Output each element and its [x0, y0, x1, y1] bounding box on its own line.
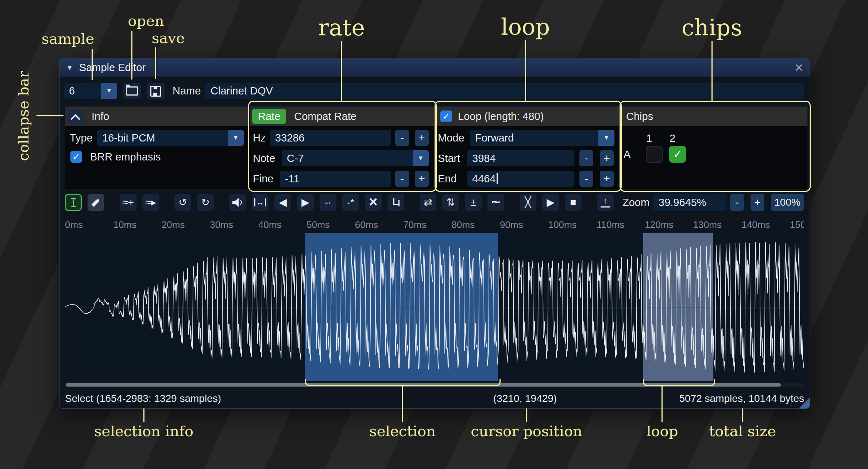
wave-flag-icon: ≈▸	[145, 197, 156, 208]
chips-callout-box	[620, 101, 811, 192]
preview-button[interactable]: ▶	[542, 194, 559, 211]
fade-in-icon: ◀	[279, 197, 287, 208]
resize-grip[interactable]	[799, 398, 810, 408]
play-icon: ▶	[547, 197, 555, 208]
zoom-reset-button[interactable]: 100%	[771, 194, 804, 211]
redo-arrow-icon: ↻	[201, 197, 209, 208]
save-button[interactable]	[147, 83, 165, 99]
tool-select-button[interactable]	[65, 194, 82, 211]
ruler-tick: 80ms	[452, 219, 475, 230]
sample-number-select[interactable]: 6 ▼	[64, 83, 117, 99]
normalize-icon	[254, 198, 266, 206]
name-label: Name	[173, 83, 201, 99]
sample-number-value: 6	[69, 83, 75, 99]
annotation-loop-bottom: loop	[647, 424, 678, 438]
reverse-arrows-icon: ⇄	[424, 197, 432, 208]
ruler-tick: 100ms	[548, 219, 577, 230]
info-title: Info	[92, 111, 109, 123]
ruler-tick: 70ms	[403, 219, 427, 230]
stop-button[interactable]: ■	[565, 194, 582, 211]
create-wavetable-button[interactable]: ≈▸	[142, 194, 159, 211]
connector-line-sample	[92, 49, 93, 80]
info-header: Info	[65, 106, 248, 126]
filter-button[interactable]: ~	[487, 194, 504, 211]
toolbar-separator	[220, 194, 223, 211]
annotation-selection-info: selection info	[94, 424, 193, 438]
delete-button[interactable]: ×	[365, 194, 382, 211]
collapse-info-button[interactable]	[67, 109, 83, 124]
toolbar-separator	[410, 194, 414, 211]
undo-button[interactable]: ↺	[174, 194, 191, 211]
ruler-tick: 90ms	[500, 219, 523, 230]
type-value: 16-bit PCM	[102, 130, 155, 146]
invert-button[interactable]: ⇅	[442, 194, 459, 211]
plus-minus-icon: ±	[470, 197, 476, 208]
insert-silence-icon: -·	[325, 197, 332, 208]
stop-square-icon: ■	[570, 197, 576, 208]
sample-toolbar: ≈+≈▸↺↻◀▶-·-*×⇄⇅±~╳▶■	[65, 194, 614, 211]
waveform-view[interactable]	[65, 233, 804, 381]
normalize-button[interactable]	[252, 194, 269, 211]
chevron-up-icon	[70, 114, 80, 124]
floppy-icon	[150, 86, 161, 97]
ruler-tick: 140ms	[741, 219, 770, 230]
connector-line-loop-bottom	[661, 386, 663, 422]
loop-callout-box	[435, 101, 622, 192]
upload-button[interactable]	[597, 194, 614, 211]
connector-line-cursor-position	[526, 408, 527, 422]
apply-silence-button[interactable]: -*	[342, 194, 359, 211]
name-input[interactable]: Clarinet DQV	[205, 83, 804, 99]
type-label: Type	[70, 130, 93, 146]
total-size-status: 5072 samples, 10144 bytes	[679, 389, 804, 408]
fade-in-button[interactable]: ◀	[274, 194, 291, 211]
annotation-open: open	[128, 13, 164, 28]
name-value: Clarinet DQV	[211, 85, 273, 97]
ruler-tick: 30ms	[210, 219, 233, 230]
time-ruler[interactable]: 0ms10ms20ms30ms40ms50ms60ms70ms80ms90ms1…	[65, 216, 804, 233]
ruler-tick: 10ms	[113, 219, 136, 230]
reverse-button[interactable]: ⇄	[420, 194, 436, 211]
toolbar-separator	[510, 194, 514, 211]
resample-button[interactable]: ≈+	[120, 194, 136, 211]
amplify-button[interactable]	[229, 194, 246, 211]
redo-button[interactable]: ↻	[197, 194, 214, 211]
annotation-total-size: total size	[709, 424, 776, 438]
open-button[interactable]	[123, 83, 141, 99]
zoom-out-button[interactable]: -	[730, 194, 744, 211]
tool-draw-button[interactable]	[88, 194, 104, 211]
titlebar[interactable]: ▼ Sample Editor ×	[59, 58, 810, 77]
zoom-label: Zoom	[622, 194, 649, 211]
pencil-icon	[91, 198, 100, 207]
annotation-selection: selection	[369, 424, 436, 438]
loop-bracket	[643, 379, 715, 386]
zoom-input[interactable]: 39.9645%	[653, 194, 726, 211]
fade-out-button[interactable]: ▶	[297, 194, 314, 211]
window-title: Sample Editor	[79, 62, 146, 74]
collapse-window-icon[interactable]: ▼	[66, 63, 73, 72]
cross-x-icon: ╳	[525, 197, 531, 208]
ruler-tick: 20ms	[162, 219, 185, 230]
cursor-position-status: (3210, 19429)	[493, 389, 557, 408]
zoom-in-button[interactable]: +	[751, 194, 764, 211]
check-icon: ✓	[73, 152, 80, 161]
chevron-down-icon[interactable]: ▼	[101, 83, 117, 99]
annotation-sample: sample	[42, 31, 94, 46]
type-select[interactable]: 16-bit PCM ▼	[97, 130, 244, 146]
undo-arrow-icon: ↺	[178, 197, 187, 208]
upload-icon	[601, 198, 610, 208]
close-button[interactable]: ×	[795, 58, 803, 77]
sign-invert-button[interactable]: ±	[465, 194, 482, 211]
selection-status: Select (1654-2983: 1329 samples)	[65, 389, 221, 408]
crossfade-button[interactable]: ╳	[520, 194, 536, 211]
ruler-tick: 110ms	[597, 219, 624, 230]
brr-emphasis-checkbox[interactable]: ✓	[70, 151, 82, 163]
chevron-down-icon[interactable]: ▼	[228, 130, 244, 146]
ruler-tick: 40ms	[258, 219, 282, 230]
annotation-rate: rate	[318, 16, 365, 39]
toolbar-separator	[110, 194, 114, 211]
trim-button[interactable]	[387, 194, 404, 211]
connector-line-total-size	[742, 408, 743, 422]
fade-out-icon: ▶	[301, 197, 309, 208]
connector-line-chips	[711, 41, 713, 101]
insert-silence-button[interactable]: -·	[320, 194, 336, 211]
